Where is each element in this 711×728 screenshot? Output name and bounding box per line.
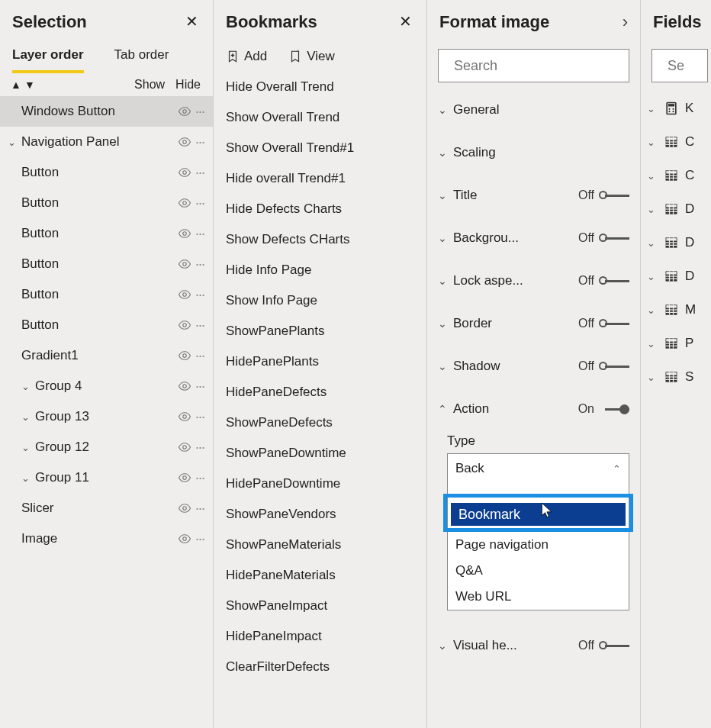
dropdown-option[interactable]: Web URL bbox=[448, 584, 629, 610]
bookmark-item[interactable]: ShowPaneMaterials bbox=[214, 530, 426, 560]
visibility-eye-icon[interactable] bbox=[176, 408, 193, 425]
selection-item[interactable]: ⌄Group 4··· bbox=[0, 371, 213, 401]
fields-search-input[interactable] bbox=[651, 49, 708, 82]
bookmark-item[interactable]: ClearFilterDefects bbox=[214, 652, 426, 682]
chevron-down-icon[interactable]: ⌄ bbox=[438, 639, 453, 652]
selection-item[interactable]: Button··· bbox=[0, 188, 213, 218]
selection-item[interactable]: ⌄Group 11··· bbox=[0, 462, 213, 493]
bookmark-item[interactable]: Hide overall Trend#1 bbox=[214, 163, 426, 194]
tab-tab-order[interactable]: Tab order bbox=[114, 47, 169, 73]
visibility-eye-icon[interactable] bbox=[176, 225, 193, 242]
fields-item[interactable]: ⌄D bbox=[641, 192, 711, 226]
visibility-eye-icon[interactable] bbox=[176, 378, 193, 395]
bookmark-item[interactable]: ShowPaneDowntime bbox=[214, 438, 426, 469]
more-options-icon[interactable]: ··· bbox=[193, 287, 207, 303]
more-options-icon[interactable]: ··· bbox=[193, 409, 207, 425]
more-options-icon[interactable]: ··· bbox=[193, 104, 207, 120]
dropdown-option-hover[interactable]: Bookmark bbox=[448, 494, 629, 532]
chevron-down-icon[interactable]: ⌄ bbox=[647, 338, 658, 350]
chevron-down-icon[interactable]: ⌄ bbox=[8, 137, 21, 148]
add-bookmark-button[interactable]: Add bbox=[226, 49, 267, 64]
chevron-down-icon[interactable]: ⌄ bbox=[438, 189, 453, 201]
format-section-row[interactable]: ⌄Visual he...Off bbox=[427, 624, 640, 667]
selection-item[interactable]: ⌄Group 13··· bbox=[0, 401, 213, 432]
format-section-row[interactable]: ⌄Backgrou...Off bbox=[427, 217, 640, 259]
hide-all-button[interactable]: Hide bbox=[175, 78, 201, 92]
more-options-icon[interactable]: ··· bbox=[193, 470, 207, 486]
fields-item[interactable]: ⌄M bbox=[641, 293, 711, 327]
chevron-down-icon[interactable]: ⌄ bbox=[21, 472, 35, 484]
more-options-icon[interactable]: ··· bbox=[193, 226, 207, 242]
selection-item[interactable]: ⌄Group 12··· bbox=[0, 432, 213, 462]
visibility-eye-icon[interactable] bbox=[176, 164, 193, 181]
selection-item[interactable]: Windows Button··· bbox=[0, 96, 213, 127]
visibility-eye-icon[interactable] bbox=[176, 530, 193, 547]
chevron-up-icon[interactable]: ⌃ bbox=[438, 403, 453, 415]
fields-item[interactable]: ⌄D bbox=[641, 259, 711, 293]
bookmark-item[interactable]: HidePaneMaterials bbox=[214, 560, 426, 591]
bookmark-item[interactable]: Show Overall Trend bbox=[214, 102, 426, 133]
fields-item[interactable]: ⌄C bbox=[641, 125, 711, 159]
chevron-down-icon[interactable]: ⌄ bbox=[438, 317, 453, 330]
tab-layer-order[interactable]: Layer order bbox=[12, 47, 84, 73]
visibility-eye-icon[interactable] bbox=[176, 439, 193, 456]
selection-item[interactable]: Button··· bbox=[0, 157, 213, 188]
visibility-eye-icon[interactable] bbox=[176, 317, 193, 333]
fields-item[interactable]: ⌄C bbox=[641, 159, 711, 192]
bookmark-item[interactable]: HidePaneDefects bbox=[214, 377, 426, 407]
fields-item[interactable]: ⌄S bbox=[641, 360, 711, 394]
toggle-switch[interactable] bbox=[599, 360, 629, 372]
view-bookmark-button[interactable]: View bbox=[288, 49, 335, 64]
chevron-down-icon[interactable]: ⌄ bbox=[438, 232, 453, 244]
dropdown-option[interactable]: Q&A bbox=[448, 558, 629, 584]
visibility-eye-icon[interactable] bbox=[176, 469, 193, 486]
chevron-down-icon[interactable]: ⌄ bbox=[647, 204, 658, 215]
bookmark-item[interactable]: Show Defects CHarts bbox=[214, 224, 426, 255]
format-section-row[interactable]: ⌄Scaling bbox=[427, 131, 640, 174]
more-options-icon[interactable]: ··· bbox=[193, 501, 207, 517]
bookmark-item[interactable]: Hide Defects Charts bbox=[214, 194, 426, 224]
bookmark-item[interactable]: Show Overall Trend#1 bbox=[214, 133, 426, 163]
chevron-down-icon[interactable]: ⌄ bbox=[21, 381, 35, 392]
chevron-down-icon[interactable]: ⌄ bbox=[647, 137, 658, 148]
dropdown-option[interactable]: Back bbox=[448, 483, 629, 494]
visibility-eye-icon[interactable] bbox=[176, 286, 193, 303]
chevron-down-icon[interactable]: ⌄ bbox=[438, 104, 453, 116]
visibility-eye-icon[interactable] bbox=[176, 103, 193, 120]
more-options-icon[interactable]: ··· bbox=[193, 195, 207, 211]
toggle-switch[interactable] bbox=[599, 189, 629, 201]
close-icon[interactable]: ✕ bbox=[182, 13, 201, 31]
chevron-down-icon[interactable]: ⌄ bbox=[647, 304, 658, 316]
toggle-switch[interactable] bbox=[599, 232, 629, 244]
move-down-icon[interactable]: ▼ bbox=[23, 79, 37, 91]
chevron-down-icon[interactable]: ⌄ bbox=[647, 372, 658, 383]
toggle-switch[interactable] bbox=[599, 403, 629, 415]
search-input[interactable] bbox=[452, 57, 632, 75]
chevron-down-icon[interactable]: ⌄ bbox=[438, 147, 453, 159]
chevron-down-icon[interactable]: ⌄ bbox=[21, 442, 35, 453]
chevron-down-icon[interactable]: ⌄ bbox=[647, 237, 658, 249]
format-section-row[interactable]: ⌄BorderOff bbox=[427, 302, 640, 345]
format-section-row[interactable]: ⌄Lock aspe...Off bbox=[427, 259, 640, 302]
close-icon[interactable]: ✕ bbox=[396, 13, 414, 31]
chevron-down-icon[interactable]: ⌄ bbox=[438, 360, 453, 372]
bookmark-item[interactable]: Hide Info Page bbox=[214, 255, 426, 285]
format-section-row[interactable]: ⌄General bbox=[427, 89, 640, 131]
more-options-icon[interactable]: ··· bbox=[193, 165, 207, 181]
toggle-switch[interactable] bbox=[599, 317, 629, 330]
chevron-right-icon[interactable]: › bbox=[610, 12, 628, 32]
selection-item[interactable]: ⌄Navigation Panel··· bbox=[0, 127, 213, 157]
bookmark-item[interactable]: HidePanePlants bbox=[214, 346, 426, 377]
bookmark-item[interactable]: Show Info Page bbox=[214, 285, 426, 316]
dropdown-option[interactable]: Page navigation bbox=[448, 532, 629, 558]
chevron-down-icon[interactable]: ⌄ bbox=[438, 275, 453, 287]
move-up-icon[interactable]: ▲ bbox=[9, 79, 23, 91]
type-dropdown[interactable]: Back⌃ bbox=[447, 453, 629, 484]
fields-item[interactable]: ⌄K bbox=[641, 92, 711, 125]
selection-item[interactable]: Button··· bbox=[0, 218, 213, 249]
more-options-icon[interactable]: ··· bbox=[193, 256, 207, 272]
chevron-down-icon[interactable]: ⌄ bbox=[21, 411, 35, 423]
bookmark-item[interactable]: ShowPanePlants bbox=[214, 316, 426, 346]
fields-item[interactable]: ⌄D bbox=[641, 226, 711, 259]
format-search-input[interactable] bbox=[438, 49, 629, 82]
